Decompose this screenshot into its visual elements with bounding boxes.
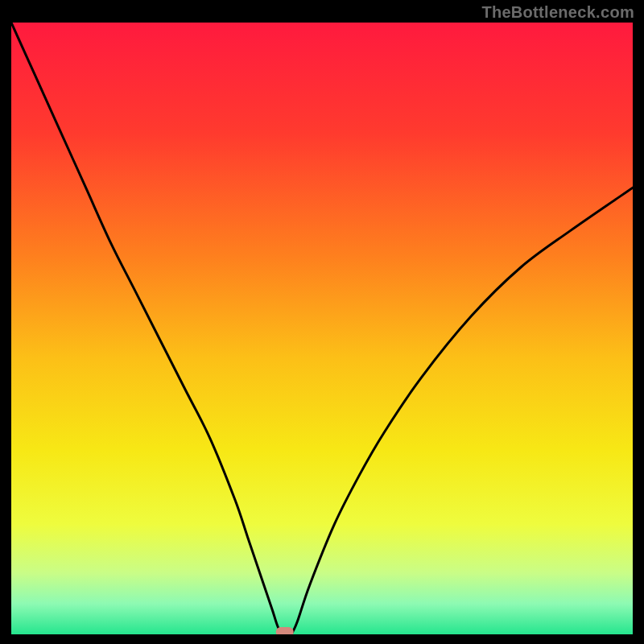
watermark-text: TheBottleneck.com [481,3,634,22]
plot-area [11,23,633,634]
chart-frame: TheBottleneck.com [0,0,644,644]
minimum-marker [276,627,294,634]
gradient-background [11,23,633,634]
bottleneck-chart [11,23,633,634]
